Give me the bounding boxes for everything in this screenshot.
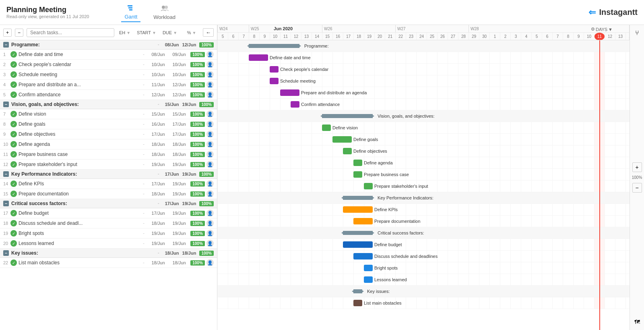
group-programme-name: Programme: [11, 42, 155, 48]
gantt-task-row: Define goals [217, 134, 644, 145]
user-icon[interactable]: 👤 [206, 110, 214, 118]
app-subtitle: Read-only view, generated on 11 Jul 2020 [6, 14, 89, 19]
check-icon: ✓ [10, 259, 17, 266]
svg-rect-0 [128, 5, 132, 6]
task-row: 1 ✓ Define date and time - 08/Jun 09/Jun… [0, 50, 217, 60]
tab-gantt[interactable]: Gantt [121, 3, 140, 22]
settings-icon: ⚙ [591, 27, 595, 32]
svg-rect-1 [128, 7, 132, 8]
chevron-down-icon: ▼ [608, 27, 613, 32]
days-label: DAYS [596, 27, 607, 32]
user-icon[interactable]: 👤 [206, 71, 214, 78]
gantt-group-row: Programme: [217, 40, 644, 52]
days-selector-button[interactable]: ⚙ DAYS ▼ [588, 25, 615, 33]
gantt-body: Programme:Define date and timeCheck peop… [217, 40, 644, 330]
collapse-critical[interactable]: − [3, 201, 9, 206]
logo-arrow-icon: ⇐ [588, 7, 596, 18]
header: Planning Meeting Read-only view, generat… [0, 0, 644, 25]
task-row: 22 ✓ List main obstacles - 18/Jun 18/Jun… [0, 258, 217, 268]
check-icon: ✓ [10, 230, 17, 237]
user-icon[interactable]: 👤 [206, 120, 214, 128]
user-icon[interactable]: 👤 [206, 259, 214, 266]
check-icon: ✓ [10, 240, 17, 247]
user-icon[interactable]: 👤 [206, 151, 214, 158]
add-task-button[interactable]: + [3, 29, 12, 37]
tab-workload[interactable]: Workload [150, 3, 179, 22]
left-panel: + − EH ▼ START ▼ DUE ▼ % ▼ ← − Programme… [0, 25, 217, 330]
user-icon[interactable]: 👤 [206, 240, 214, 247]
check-icon: ✓ [10, 131, 17, 137]
gantt-task-row: Prepare and distribute an agenda [217, 87, 644, 99]
app-logo: ⇐ Instagantt [588, 7, 638, 18]
gantt-task-row: Prepare business case [217, 169, 644, 181]
back-button[interactable]: ← [203, 28, 214, 37]
group-critical-name: Critical success factors: [11, 201, 155, 206]
user-icon[interactable]: 👤 [206, 210, 214, 217]
zoom-out-button[interactable]: − [632, 183, 642, 193]
check-icon: ✓ [10, 71, 17, 78]
group-programme: − Programme: - 08/Jun 12/Jun 100% [0, 40, 217, 50]
collapse-programme[interactable]: − [3, 42, 9, 48]
user-icon[interactable]: 👤 [206, 190, 214, 197]
user-icon[interactable]: 👤 [206, 131, 214, 138]
task-row: 5 ✓ Confirm attendance - 12/Jun 12/Jun 1… [0, 90, 217, 100]
gantt-task-row: List main obstacles [217, 297, 644, 309]
gantt-task-row: Confirm attendance [217, 99, 644, 110]
check-icon: ✓ [10, 111, 17, 117]
task-row: 18 ✓ Discuss schedule and deadl... - 18/… [0, 218, 217, 228]
task-row: 20 ✓ Lessons learned - 19/Jun 19/Jun 100… [0, 239, 217, 249]
nav-tabs: Gantt Workload [121, 3, 178, 22]
task-row: 19 ✓ Bright spots - 19/Jun 19/Jun 100% 👤 [0, 228, 217, 239]
logo-text: Instagantt [599, 8, 638, 17]
check-icon: ✓ [10, 61, 17, 68]
collapse-kpi[interactable]: − [3, 171, 9, 177]
col-header-pct[interactable]: % ▼ [184, 30, 200, 35]
group-critical: − Critical success factors: - 17/Jun 19/… [0, 199, 217, 208]
user-icon[interactable]: 👤 [206, 91, 214, 98]
gantt-group-row: Key Performance Indicators: [217, 192, 644, 204]
workload-tab-icon [161, 5, 169, 13]
task-row: 8 ✓ Define goals - 16/Jun 17/Jun 100% 👤 [0, 119, 217, 129]
user-icon[interactable]: 👤 [206, 180, 214, 187]
search-input[interactable] [27, 28, 114, 37]
task-row: 11 ✓ Prepare business case - 18/Jun 18/J… [0, 149, 217, 160]
group-kpi-name: Key Performance Indicators: [11, 171, 155, 177]
user-icon[interactable]: 👤 [206, 51, 214, 58]
collapse-issues[interactable]: − [3, 250, 9, 256]
check-icon: ✓ [10, 191, 17, 197]
user-icon[interactable]: 👤 [206, 230, 214, 237]
user-icon[interactable]: 👤 [206, 61, 214, 68]
task-toolbar: + − EH ▼ START ▼ DUE ▼ % ▼ ← [0, 25, 217, 40]
gantt-task-row: Define agenda [217, 157, 644, 169]
check-icon: ✓ [10, 220, 17, 226]
task-row: 17 ✓ Define budget - 17/Jun 19/Jun 100% … [0, 208, 217, 218]
col-header-due[interactable]: DUE ▼ [159, 30, 180, 35]
gantt-task-row: Define KPIs [217, 204, 644, 216]
gantt-panel: ⚙ DAYS ▼ Jun 2020W24W25W26W27W2856789101… [217, 25, 644, 330]
task-row: 12 ✓ Prepare stakeholder's input - 19/Ju… [0, 160, 217, 170]
task-row: 2 ✓ Check people's calendar - 10/Jun 10/… [0, 60, 217, 70]
gantt-task-row: Define budget [217, 239, 644, 251]
workload-tab-label: Workload [153, 14, 175, 20]
group-vision: − Vision, goals, and objectives: - 15/Ju… [0, 100, 217, 109]
gantt-task-row: Define vision [217, 122, 644, 134]
zoom-level: 100% [632, 175, 642, 180]
remove-task-button[interactable]: − [15, 29, 23, 37]
gantt-task-row: Schedule meeting [217, 75, 644, 87]
svg-rect-2 [129, 9, 132, 10]
gantt-task-row: Lessons learned [217, 274, 644, 286]
user-icon[interactable]: 👤 [206, 141, 214, 148]
git-branch-icon[interactable]: ⑂ [632, 28, 642, 38]
gantt-group-row: Vision, goals, and objectives: [217, 110, 644, 122]
user-icon[interactable]: 👤 [206, 220, 214, 227]
col-header-start[interactable]: START ▼ [135, 30, 156, 35]
task-row: 3 ✓ Schedule meeting - 10/Jun 10/Jun 100… [0, 70, 217, 80]
zoom-in-button[interactable]: + [632, 162, 642, 172]
col-header-eh[interactable]: EH ▼ [118, 30, 132, 35]
map-icon[interactable]: 🗺 [632, 317, 642, 327]
collapse-vision[interactable]: − [3, 102, 9, 107]
user-icon[interactable]: 👤 [206, 81, 214, 88]
gantt-group-row: Critical success factors: [217, 227, 644, 239]
check-icon: ✓ [10, 151, 17, 158]
user-icon[interactable]: 👤 [206, 161, 214, 168]
